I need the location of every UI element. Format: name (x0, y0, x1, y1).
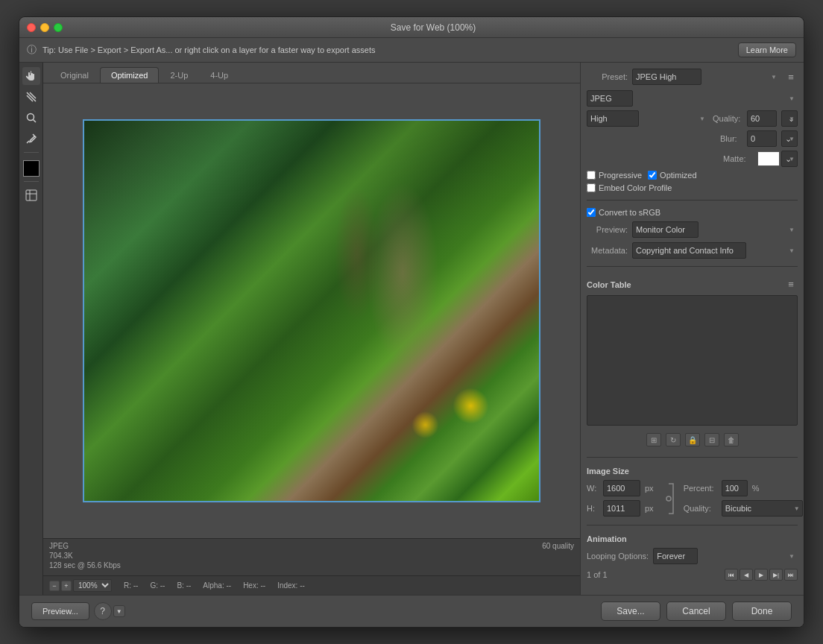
convert-srgb-row: Convert to sRGB (587, 208, 798, 217)
color-table-btn-4[interactable]: ⊟ (704, 433, 719, 446)
image-format: JPEG (49, 542, 121, 550)
blur-stepper[interactable]: ⌄ (781, 130, 798, 147)
help-dropdown-arrow[interactable]: ▼ (113, 605, 125, 617)
maximize-button[interactable] (54, 23, 63, 32)
quality-stepper[interactable]: ⌄ (781, 110, 798, 127)
prev-frame-button[interactable]: ◀ (740, 569, 753, 581)
main-window: Save for Web (100%) ⓘ Tip: Use File > Ex… (19, 16, 804, 628)
height-label: H: (587, 504, 599, 513)
matte-dropdown[interactable]: ⌄ (781, 151, 798, 167)
close-button[interactable] (27, 23, 36, 32)
size-quality-label: Quality: (684, 504, 717, 513)
metadata-label: Metadata: (587, 246, 628, 255)
tipbar: ⓘ Tip: Use File > Export > Export As... … (19, 38, 804, 63)
done-button[interactable]: Done (732, 602, 792, 621)
color-table-options-icon[interactable]: ≡ (784, 277, 798, 291)
preset-options-icon[interactable]: ≡ (784, 70, 798, 83)
blur-input[interactable]: 0 (747, 130, 777, 147)
svg-point-9 (666, 496, 671, 501)
svg-line-4 (33, 120, 36, 123)
image-filesize: 704.3K (49, 552, 121, 560)
blur-stepper-wrapper: ⌄ (781, 130, 798, 147)
preview-button[interactable]: Preview... (31, 602, 89, 620)
next-frame-button[interactable]: ▶| (769, 569, 783, 581)
preset-select-wrapper: JPEG High JPEG Medium JPEG Low (632, 69, 780, 85)
pixel-b: B: -- (177, 581, 191, 590)
preview-select-wrapper: Monitor Color (632, 221, 798, 238)
last-frame-button[interactable]: ⏭ (784, 569, 798, 581)
metadata-select[interactable]: Copyright and Contact Info None All (632, 242, 746, 259)
format-select[interactable]: JPEG PNG-8 PNG-24 GIF (587, 90, 633, 107)
preset-select[interactable]: JPEG High JPEG Medium JPEG Low (632, 69, 701, 85)
color-table-header: Color Table ≡ (587, 277, 798, 291)
embed-color-checkbox[interactable] (587, 183, 596, 192)
divider-1 (587, 200, 798, 201)
color-table-area (587, 295, 798, 426)
zoom-tool[interactable] (22, 109, 40, 127)
divider-3 (587, 457, 798, 458)
pixel-index: Index: -- (277, 581, 305, 590)
toolbar-separator (24, 152, 39, 153)
progressive-checkbox[interactable] (587, 171, 596, 180)
image-info-right: 60 quality (542, 542, 574, 550)
color-table-btn-5[interactable]: 🗑 (724, 433, 739, 446)
slice-tool[interactable] (22, 88, 40, 106)
zoom-in-button[interactable]: + (61, 581, 72, 591)
size-quality-select[interactable]: Bicubic Bilinear Nearest Neighbor (722, 500, 803, 517)
info-icon: ⓘ (27, 43, 37, 57)
help-button[interactable]: ? (94, 602, 112, 620)
link-constraint (663, 480, 675, 517)
play-button[interactable]: ▶ (754, 569, 768, 581)
minimize-button[interactable] (40, 23, 49, 32)
percent-unit: % (752, 484, 760, 493)
quality-sub-select[interactable]: High Low Medium Very High Maximum (587, 110, 639, 127)
metadata-select-wrapper: Copyright and Contact Info None All (632, 242, 798, 259)
image-size-title: Image Size (587, 467, 798, 476)
animation-row: Looping Options: Forever Once (587, 548, 798, 564)
bottom-left: Preview... ? ▼ (31, 602, 125, 620)
save-button[interactable]: Save... (601, 602, 660, 621)
height-unit: px (645, 504, 654, 513)
color-table-toolbar: ⊞ ↻ 🔒 ⊟ 🗑 (587, 430, 798, 449)
width-unit: px (645, 484, 654, 493)
eyedropper-tool[interactable] (22, 130, 40, 148)
size-quality-wrapper: Bicubic Bilinear Nearest Neighbor (722, 500, 803, 517)
tab-original[interactable]: Original (49, 67, 100, 83)
tab-2up[interactable]: 2-Up (159, 67, 199, 83)
width-input[interactable] (603, 480, 640, 496)
looping-select-wrapper: Forever Once (653, 548, 798, 564)
preview-select[interactable]: Monitor Color (632, 221, 699, 238)
zoom-select[interactable]: 100% 50% 200% (73, 579, 112, 592)
learn-more-button[interactable]: Learn More (738, 42, 796, 57)
hand-tool[interactable] (22, 67, 40, 85)
color-table-btn-2[interactable]: ↻ (666, 433, 681, 446)
format-row: JPEG PNG-8 PNG-24 GIF (587, 90, 798, 107)
toolbar-separator-2 (24, 181, 39, 182)
progressive-label: Progressive (599, 171, 642, 180)
optimized-checkbox[interactable] (648, 171, 657, 180)
looping-select[interactable]: Forever Once (653, 548, 698, 564)
tab-4up[interactable]: 4-Up (199, 67, 239, 83)
convert-srgb-checkbox[interactable] (587, 208, 596, 217)
slice-visibility-tool[interactable] (22, 186, 40, 204)
zoom-out-button[interactable]: − (49, 581, 60, 591)
blur-row: Blur: 0 ⌄ (587, 130, 798, 147)
preview-area: Original Optimized 2-Up 4-Up JPEG 704.3K… (43, 63, 580, 595)
height-input[interactable] (603, 500, 640, 517)
matte-swatch[interactable] (757, 151, 780, 166)
color-table-btn-1[interactable]: ⊞ (646, 433, 661, 446)
cancel-button[interactable]: Cancel (666, 602, 726, 621)
quality-input[interactable]: 60 (747, 110, 777, 127)
tab-optimized[interactable]: Optimized (100, 67, 160, 83)
color-table-title: Color Table (587, 280, 631, 289)
color-table-btn-3[interactable]: 🔒 (685, 433, 700, 446)
first-frame-button[interactable]: ⏮ (725, 569, 738, 581)
canvas-area[interactable] (43, 83, 580, 538)
traffic-lights (27, 23, 63, 32)
color-swatch[interactable] (23, 160, 40, 177)
animation-title: Animation (587, 534, 798, 543)
width-label: W: (587, 484, 599, 493)
percent-input[interactable] (722, 480, 748, 496)
pixel-r: R: -- (124, 581, 138, 590)
optimized-label: Optimized (660, 171, 697, 180)
